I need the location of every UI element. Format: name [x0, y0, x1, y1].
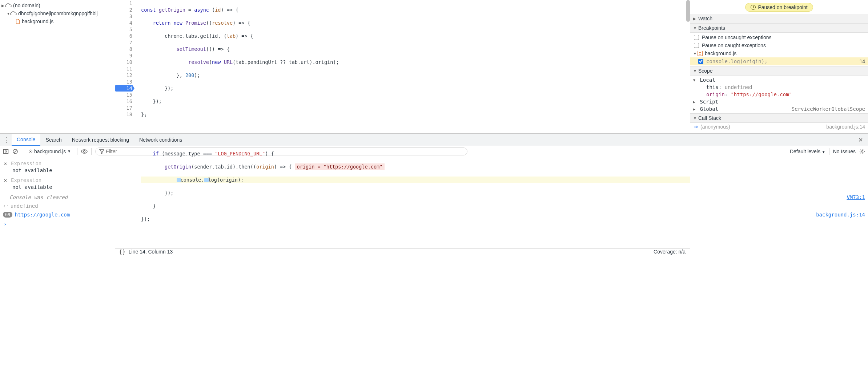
svg-point-5 [30, 151, 31, 152]
cursor-position: Line 14, Column 13 [129, 249, 173, 255]
scope-global[interactable]: ▶ Global ServiceWorkerGlobalScope [690, 105, 868, 113]
scope-local[interactable]: ▼ Local [690, 76, 868, 84]
line-number[interactable]: 8 [115, 46, 132, 52]
scope-var-origin[interactable]: origin: "https://google.com" [690, 91, 868, 98]
debugger-panel[interactable]: Paused on breakpoint ▶ Watch ▼ Breakpoin… [690, 0, 868, 133]
svg-point-6 [81, 150, 87, 153]
pause-uncaught-row[interactable]: Pause on uncaught exceptions [690, 33, 868, 41]
file-icon [15, 19, 20, 24]
line-number[interactable]: 11 [115, 65, 132, 72]
line-number[interactable]: 9 [115, 52, 132, 59]
line-number[interactable]: 15 [115, 92, 132, 98]
line-number[interactable]: 13 [115, 78, 132, 85]
line-number[interactable]: 4 [115, 20, 132, 26]
tree-folder-no-domain[interactable]: ▶ (no domain) [0, 1, 115, 9]
issues-button[interactable]: No Issues [833, 149, 856, 154]
close-icon[interactable]: ✕ [856, 137, 865, 143]
line-number[interactable]: 16 [115, 98, 132, 105]
expression-placeholder[interactable]: Expression [11, 161, 41, 166]
divider [22, 148, 22, 155]
cloud-icon [10, 11, 17, 16]
tree-label: (no domain) [13, 3, 40, 8]
chevron-down-icon: ▼ [693, 52, 697, 56]
line-number[interactable]: 2 [115, 7, 132, 13]
line-number[interactable]: 7 [115, 39, 132, 46]
scrollbar-vertical[interactable] [686, 0, 690, 22]
callstack-frame[interactable]: ➔(anonymous) background.js:14 [690, 123, 868, 131]
close-icon[interactable]: ✕ [3, 177, 8, 183]
line-gutter[interactable]: 1 2 3 4 5 6 7 8 9 10 11 12 13 14 15 16 1 [115, 0, 135, 248]
chevron-down-icon: ▼ [693, 116, 697, 120]
breakpoint-file-row[interactable]: ▼ background.js [690, 49, 868, 57]
editor-status-bar: { } Line 14, Column 13 Coverage: n/a [115, 248, 690, 255]
info-icon [751, 5, 756, 10]
funnel-icon [99, 149, 104, 154]
log-levels-selector[interactable]: Default levels ▼ [790, 149, 825, 154]
line-number[interactable]: 10 [115, 59, 132, 65]
divider [829, 148, 829, 155]
more-icon[interactable]: ⋮ [3, 136, 12, 144]
pause-caught-row[interactable]: Pause on caught exceptions [690, 41, 868, 49]
chevron-right-icon: ▶ [693, 17, 697, 21]
tab-network-conditions[interactable]: Network conditions [134, 134, 187, 146]
chevron-down-icon: ▼ [7, 12, 10, 16]
tab-search[interactable]: Search [40, 134, 67, 146]
current-frame-icon: ➔ [694, 124, 698, 130]
svg-point-7 [84, 150, 85, 152]
coverage-status: Coverage: n/a [654, 249, 686, 255]
logged-url[interactable]: https://google.com [15, 212, 70, 218]
chevron-down-icon: ▼ [693, 26, 697, 30]
cloud-icon [5, 3, 12, 8]
gear-icon[interactable] [859, 149, 865, 154]
pause-caught-checkbox[interactable] [694, 43, 699, 48]
tree-label: background.js [22, 19, 53, 24]
tab-console[interactable]: Console [12, 134, 40, 146]
drawer-tab-bar[interactable]: ⋮ Console Search Network request blockin… [0, 134, 868, 146]
context-selector[interactable]: background.js ▼ [26, 147, 73, 155]
breakpoint-entry[interactable]: console.log(origin); 14 [690, 57, 868, 65]
chevron-down-icon: ▼ [693, 78, 697, 82]
source-link[interactable]: VM73:1 [847, 194, 865, 200]
tab-network-request-blocking[interactable]: Network request blocking [67, 134, 134, 146]
inline-value-hint: origin = "https://google.com" [295, 163, 385, 170]
tree-file-background-js[interactable]: background.js [0, 17, 115, 25]
line-number[interactable]: 3 [115, 13, 132, 20]
expression-placeholder[interactable]: Expression [11, 177, 41, 183]
pretty-print-icon[interactable]: { } [120, 249, 125, 255]
line-number[interactable]: 1 [115, 0, 132, 7]
file-icon [698, 51, 703, 56]
chevron-right-icon: ▶ [1, 4, 5, 8]
breakpoints-section-header[interactable]: ▼ Breakpoints [690, 23, 868, 33]
watch-section-header[interactable]: ▶ Watch [690, 14, 868, 23]
svg-rect-0 [4, 149, 8, 153]
line-number[interactable]: 18 [115, 111, 132, 118]
tree-folder-extension[interactable]: ▼ dhncfgigohnejlpcnmbmkgnppglfhbij [0, 9, 115, 17]
breakpoint-checkbox[interactable] [698, 59, 703, 64]
chevron-down-icon: ▼ [822, 150, 825, 154]
code-content[interactable]: const getOrigin = async (id) => { return… [135, 0, 690, 248]
clear-console-icon[interactable] [12, 149, 18, 154]
breakpoint-marker[interactable]: 14 [115, 85, 132, 92]
callstack-section-header[interactable]: ▼ Call Stack [690, 113, 868, 123]
code-editor[interactable]: 1 2 3 4 5 6 7 8 9 10 11 12 13 14 15 16 1 [115, 0, 690, 133]
return-arrow-icon: ‹· [3, 203, 9, 209]
file-navigator[interactable]: ▶ (no domain) ▼ dhncfgigohnejlpcnmbmkgnp… [0, 0, 115, 133]
chevron-right-icon: ▶ [693, 107, 697, 111]
scope-script[interactable]: ▶ Script [690, 98, 868, 105]
close-icon[interactable]: ✕ [3, 161, 8, 166]
repeat-count-badge: 69 [3, 212, 12, 218]
source-link[interactable]: background.js:14 [816, 212, 865, 218]
line-number[interactable]: 12 [115, 72, 132, 78]
pause-uncaught-checkbox[interactable] [694, 35, 699, 40]
scope-var-this[interactable]: this: undefined [690, 84, 868, 91]
line-number[interactable]: 17 [115, 105, 132, 111]
line-number[interactable]: 6 [115, 33, 132, 39]
svg-line-3 [14, 150, 17, 153]
target-icon [28, 149, 33, 154]
scope-section-header[interactable]: ▼ Scope [690, 66, 868, 76]
paused-banner: Paused on breakpoint [745, 3, 813, 12]
svg-point-8 [861, 150, 863, 152]
live-expression-icon[interactable] [81, 149, 88, 154]
toggle-sidebar-icon[interactable] [3, 149, 9, 154]
line-number[interactable]: 5 [115, 26, 132, 33]
